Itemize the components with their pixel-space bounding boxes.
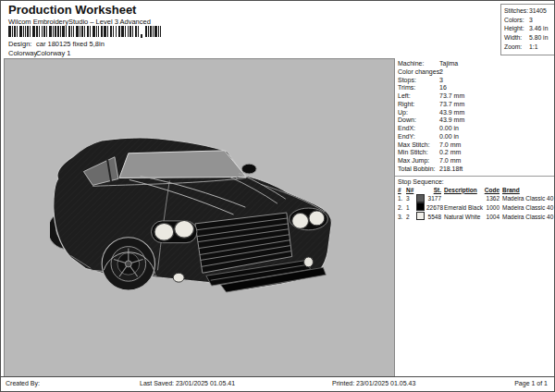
thread-color-swatch xyxy=(416,212,425,220)
car-headlight xyxy=(309,211,325,226)
colorway-label: Colorway: xyxy=(8,49,36,57)
machine-row: Stops:3 xyxy=(395,77,554,85)
summary-width: Width:5.80 in xyxy=(501,33,555,43)
machine-row: Max Stitch:7.0 mm xyxy=(395,141,554,150)
car-fog-light xyxy=(173,273,184,282)
machine-row: Min Stitch:0.2 mm xyxy=(395,149,554,157)
machine-row: Machine:Tajima xyxy=(395,60,554,68)
stop-sequence-table: # N# St. Description Code Brand 1. 3 317… xyxy=(395,186,554,221)
machine-info-list: Machine:Tajima Color changes:2 Stops:3 T… xyxy=(395,58,554,177)
thread-color-swatch xyxy=(416,202,425,211)
car-marker-light xyxy=(304,257,314,267)
design-canvas xyxy=(4,58,395,380)
summary-stitches: Stitches:31405 xyxy=(501,6,555,16)
machine-info-panel: Machine:Tajima Color changes:2 Stops:3 T… xyxy=(395,58,554,378)
production-worksheet-page: Production Worksheet Wilcom EmbroiderySt… xyxy=(0,0,555,392)
car-headlight xyxy=(154,223,174,240)
design-row: Design:car 180125 fixed 5,8in xyxy=(8,40,105,48)
design-value: car 180125 fixed 5,8in xyxy=(36,40,105,48)
colorway-value: Colorway 1 xyxy=(36,49,71,57)
car-headlight xyxy=(175,220,194,238)
summary-zoom: Zoom:1:1 xyxy=(501,43,555,52)
machine-row: EndX:0.00 in xyxy=(395,125,554,133)
machine-row: Total Bobbin:218.18ft xyxy=(395,165,554,174)
created-by-label: Created By: xyxy=(6,380,40,386)
thread-color-swatch xyxy=(416,194,425,202)
machine-row: Color changes:2 xyxy=(395,68,554,77)
car-embroidery-design xyxy=(50,137,335,294)
stop-sequence-row: 1. 3 3177 1362 Madeira Classic 40 xyxy=(395,194,554,203)
barcode-icon xyxy=(8,26,162,39)
machine-row: Up:43.9 mm xyxy=(395,109,554,117)
app-subtitle: Wilcom EmbroideryStudio – Level 3 Advanc… xyxy=(8,18,151,26)
machine-row: Down:43.9 mm xyxy=(395,116,554,125)
machine-row: Max Jump:7.0 mm xyxy=(395,157,554,165)
last-saved-label: Last Saved: 23/01/2025 01.05.41 xyxy=(140,380,235,386)
machine-row: EndY:0.00 in xyxy=(395,133,554,141)
machine-row: Left:73.7 mm xyxy=(395,92,554,101)
design-label: Design: xyxy=(8,40,36,48)
machine-row: Right:73.7 mm xyxy=(395,101,554,109)
worksheet-footer: Created By: Last Saved: 23/01/2025 01.05… xyxy=(1,376,554,391)
car-headlight xyxy=(292,214,309,229)
page-title: Production Worksheet xyxy=(8,3,136,17)
car-front-wheel xyxy=(102,238,154,290)
stop-sequence-header: # N# St. Description Code Brand xyxy=(395,186,554,195)
car-mirror xyxy=(241,164,256,174)
page-number: Page 1 of 1 xyxy=(514,380,548,386)
summary-colors: Colors:3 xyxy=(501,16,555,25)
stop-sequence-title: Stop Sequence: xyxy=(398,178,554,185)
machine-row: Trims:16 xyxy=(395,84,554,92)
colorway-row: Colorway:Colorway 1 xyxy=(8,49,71,57)
stop-sequence-row: 2. 1 22678 Emerald Black 1000 Madeira Cl… xyxy=(395,203,554,213)
summary-height: Height:3.46 in xyxy=(501,24,555,33)
stop-sequence-row: 3. 2 5548 Natural White 1004 Madeira Cla… xyxy=(395,212,554,221)
printed-label: Printed: 23/01/2025 01.05.43 xyxy=(332,380,415,386)
design-summary-box: Stitches:31405 Colors:3 Height:3.46 in W… xyxy=(500,4,555,55)
car-windshield xyxy=(119,151,246,178)
